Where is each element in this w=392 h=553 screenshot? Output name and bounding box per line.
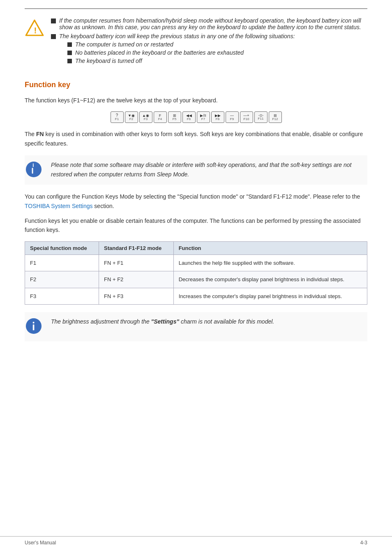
warning-block: ! If the computer resumes from hibernati… (25, 17, 367, 68)
warning-bullet-1: If the computer resumes from hibernation… (51, 17, 367, 30)
bullet-icon-1 (51, 19, 56, 23)
intro-text: The function keys (F1~F12) are the twelv… (25, 96, 367, 105)
keyboard-illustration: ? F1 ▼◉ F2 ▲◉ F3 F F4 ⊞ F5 ◀◀ F6 ▶/II F7… (25, 111, 367, 123)
table-cell-function-2: Decreases the computer's display panel b… (173, 271, 367, 288)
table-row: F3 FN + F3 Increases the computer's disp… (25, 288, 367, 305)
toshiba-settings-link[interactable]: TOSHIBA System Settings (25, 203, 92, 209)
table-cell-standard-3: FN + F3 (99, 288, 174, 305)
sub-bullet-list: The computer is turned on or restarted N… (67, 41, 295, 64)
table-cell-function-3: Increases the computer's display panel b… (173, 288, 367, 305)
brightness-note: The brightness adjustment through the "S… (51, 317, 367, 326)
key-f12: ⊞ F12 (269, 111, 282, 123)
key-f7: ▶/II F7 (197, 111, 210, 123)
key-f3: ▲◉ F3 (139, 111, 152, 123)
table-header-function: Function (173, 241, 367, 255)
svg-rect-5 (32, 168, 33, 169)
warning-icon: ! (25, 18, 46, 39)
table-row: F2 FN + F2 Decreases the computer's disp… (25, 271, 367, 288)
page-footer: User's Manual 4-3 (0, 536, 392, 546)
info-icon-1: i (25, 160, 46, 180)
section-heading: Function key (25, 81, 367, 89)
footer-right: 4-3 (360, 540, 367, 546)
sub-bullet-icon-2 (67, 51, 72, 55)
table-header-special: Special function mode (25, 241, 99, 255)
function-key-table: Special function mode Standard F1-F12 mo… (25, 241, 367, 305)
key-f2: ▼◉ F2 (125, 111, 138, 123)
table-cell-standard-2: FN + F2 (99, 271, 174, 288)
fn-description: The FN key is used in combination with o… (25, 130, 367, 148)
info-icon-2 (25, 317, 46, 336)
sub-bullet-3: The keyboard is turned off (67, 58, 295, 64)
table-cell-special-1: F1 (25, 255, 99, 271)
function-keys-intro-2: Function keys let you enable or disable … (25, 216, 367, 235)
key-f10: —+ F10 (240, 111, 253, 123)
table-cell-standard-1: FN + F1 (99, 255, 174, 271)
config-text: You can configure the Function Keys Mode… (25, 192, 367, 211)
svg-text:!: ! (34, 25, 37, 35)
key-f1: ? F1 (111, 111, 124, 123)
info-block-2: The brightness adjustment through the "S… (25, 312, 367, 341)
sub-bullet-2: No batteries placed in the keyboard or t… (67, 49, 295, 56)
svg-rect-4 (32, 169, 33, 174)
sub-bullet-icon-3 (67, 59, 72, 63)
footer-left: User's Manual (25, 540, 56, 546)
sub-bullet-icon-1 (67, 42, 72, 47)
info-note-1: Please note that some software may disab… (51, 160, 367, 179)
key-f4: F F4 (154, 111, 167, 123)
table-cell-special-2: F2 (25, 271, 99, 288)
key-f6: ◀◀ F6 (182, 111, 196, 123)
sub-bullet-1: The computer is turned on or restarted (67, 41, 295, 48)
warning-bullet-2: The keyboard battery icon will keep the … (51, 33, 367, 66)
key-f8: ▶▶ F8 (211, 111, 224, 123)
top-divider (25, 8, 367, 9)
svg-text:i: i (32, 162, 34, 168)
svg-rect-7 (33, 322, 35, 324)
key-f11: ◁▷ F11 (254, 111, 267, 123)
table-header-standard: Standard F1-F12 mode (99, 241, 174, 255)
key-f9: — F9 (226, 111, 239, 123)
table-cell-special-3: F3 (25, 288, 99, 305)
info-block-1: i Please note that some software may dis… (25, 155, 367, 185)
key-f5: ⊞ F5 (168, 111, 181, 123)
table-cell-function-1: Launches the help file supplied with the… (173, 255, 367, 271)
table-row: F1 FN + F1 Launches the help file suppli… (25, 255, 367, 271)
warning-content: If the computer resumes from hibernation… (51, 17, 367, 68)
bullet-icon-2 (51, 34, 56, 39)
svg-rect-8 (33, 325, 35, 331)
